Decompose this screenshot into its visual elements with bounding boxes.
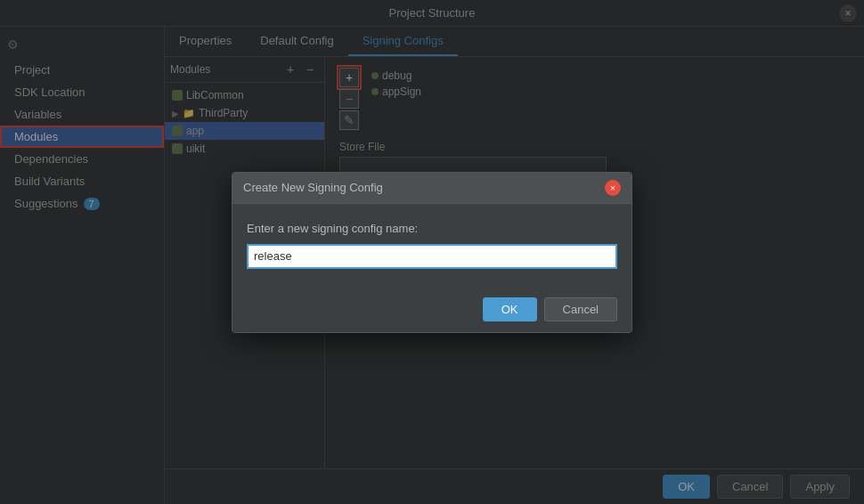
modal-title-bar: Create New Signing Config × (232, 173, 632, 204)
modal-ok-button[interactable]: OK (483, 297, 537, 321)
modal-footer: OK Cancel (232, 287, 632, 332)
create-signing-config-modal: Create New Signing Config × Enter a new … (232, 172, 632, 333)
modal-cancel-button[interactable]: Cancel (544, 297, 617, 321)
modal-close-button[interactable]: × (605, 180, 621, 196)
modal-body: Enter a new signing config name: (232, 204, 632, 287)
modal-title: Create New Signing Config (243, 181, 383, 194)
modal-overlay: Create New Signing Config × Enter a new … (0, 0, 864, 504)
modal-prompt-text: Enter a new signing config name: (247, 222, 617, 235)
signing-config-name-input[interactable] (247, 244, 617, 269)
